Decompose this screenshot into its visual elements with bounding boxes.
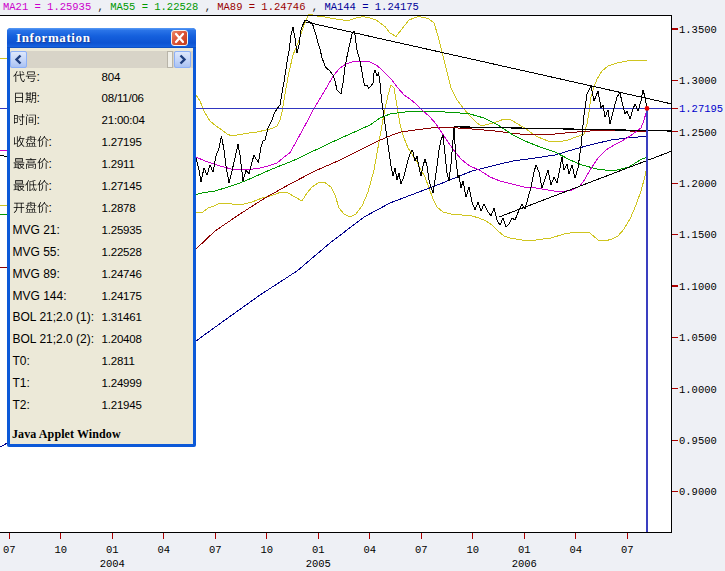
svg-text:01: 01 xyxy=(106,544,119,556)
svg-text:1.3000: 1.3000 xyxy=(679,75,717,87)
svg-text:2004: 2004 xyxy=(100,558,125,570)
svg-text:07: 07 xyxy=(3,544,16,556)
svg-text:1.2000: 1.2000 xyxy=(679,178,717,190)
svg-text:10: 10 xyxy=(54,544,67,556)
svg-text:0.9000: 0.9000 xyxy=(679,486,717,498)
svg-text:07: 07 xyxy=(621,544,634,556)
svg-text:1.1000: 1.1000 xyxy=(679,281,717,293)
svg-text:1.0500: 1.0500 xyxy=(679,332,717,344)
svg-text:2006: 2006 xyxy=(512,558,537,570)
svg-text:07: 07 xyxy=(415,544,428,556)
svg-text:1.2500: 1.2500 xyxy=(679,127,717,139)
svg-text:0.9500: 0.9500 xyxy=(679,435,717,447)
svg-text:10: 10 xyxy=(260,544,273,556)
svg-text:2005: 2005 xyxy=(306,558,331,570)
svg-text:10: 10 xyxy=(466,544,479,556)
svg-text:04: 04 xyxy=(569,544,582,556)
svg-text:07: 07 xyxy=(209,544,222,556)
svg-text:01: 01 xyxy=(312,544,325,556)
svg-text:04: 04 xyxy=(157,544,170,556)
svg-text:1.27195: 1.27195 xyxy=(679,103,723,115)
svg-text:1.0000: 1.0000 xyxy=(679,384,717,396)
svg-text:1.1500: 1.1500 xyxy=(679,229,717,241)
svg-text:04: 04 xyxy=(363,544,376,556)
svg-text:01: 01 xyxy=(518,544,531,556)
svg-text:1.3500: 1.3500 xyxy=(679,24,717,36)
